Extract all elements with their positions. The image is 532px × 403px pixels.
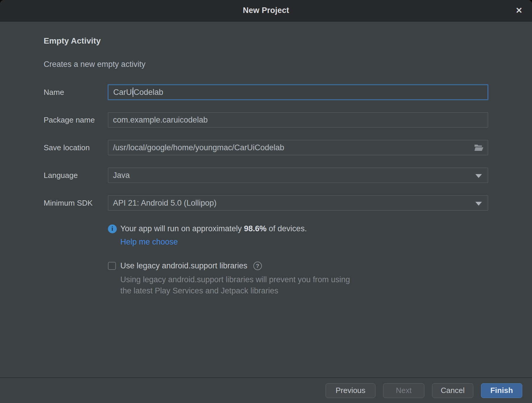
language-label: Language bbox=[44, 171, 108, 180]
minimum-sdk-row: Minimum SDK API 21: Android 5.0 (Lollipo… bbox=[44, 195, 488, 211]
language-selected-value: Java bbox=[113, 171, 130, 180]
help-icon[interactable]: ? bbox=[253, 262, 262, 270]
legacy-support-section: Use legacy android.support libraries ? U… bbox=[108, 261, 488, 296]
package-name-field-wrap bbox=[108, 112, 488, 128]
dialog-title: New Project bbox=[243, 6, 289, 15]
minimum-sdk-label: Minimum SDK bbox=[44, 199, 108, 208]
save-location-label: Save location bbox=[44, 143, 108, 152]
legacy-support-label: Use legacy android.support libraries bbox=[120, 261, 247, 270]
name-row: Name bbox=[44, 85, 488, 100]
finish-button[interactable]: Finish bbox=[481, 383, 522, 398]
sdk-info-text-before: Your app will run on approximately bbox=[120, 224, 244, 233]
name-field-wrap bbox=[108, 85, 488, 100]
dialog-titlebar: New Project ✕ bbox=[0, 0, 532, 22]
folder-browse-icon[interactable] bbox=[474, 143, 484, 152]
next-button[interactable]: Next bbox=[383, 383, 424, 398]
language-select[interactable]: Java bbox=[108, 168, 488, 183]
legacy-support-description-line1: Using legacy android.support libraries w… bbox=[120, 274, 488, 285]
legacy-support-row: Use legacy android.support libraries ? bbox=[108, 261, 488, 270]
package-name-row: Package name bbox=[44, 112, 488, 128]
sdk-info-percent: 98.6% bbox=[244, 224, 267, 233]
name-label: Name bbox=[44, 88, 108, 97]
legacy-support-description: Using legacy android.support libraries w… bbox=[120, 274, 488, 296]
sdk-info-section: i Your app will run on approximately 98.… bbox=[108, 224, 488, 247]
cancel-button[interactable]: Cancel bbox=[432, 383, 473, 398]
minimum-sdk-select[interactable]: API 21: Android 5.0 (Lollipop) bbox=[108, 195, 488, 211]
template-title: Empty Activity bbox=[44, 36, 488, 46]
chevron-down-icon bbox=[475, 202, 482, 206]
legacy-support-checkbox[interactable] bbox=[108, 262, 116, 270]
language-row: Language Java bbox=[44, 168, 488, 183]
save-location-input[interactable] bbox=[108, 140, 488, 155]
template-subtitle: Creates a new empty activity bbox=[44, 59, 488, 69]
legacy-support-description-line2: the latest Play Services and Jetpack lib… bbox=[120, 285, 488, 296]
save-location-field-wrap bbox=[108, 140, 488, 155]
sdk-info-text: Your app will run on approximately 98.6%… bbox=[120, 224, 307, 233]
save-location-row: Save location bbox=[44, 140, 488, 155]
minimum-sdk-selected-value: API 21: Android 5.0 (Lollipop) bbox=[113, 199, 216, 208]
text-cursor bbox=[133, 87, 133, 97]
name-input[interactable] bbox=[108, 85, 488, 100]
chevron-down-icon bbox=[475, 174, 482, 178]
new-project-dialog: New Project ✕ Empty Activity Creates a n… bbox=[0, 0, 532, 403]
previous-button[interactable]: Previous bbox=[326, 383, 375, 398]
close-icon[interactable]: ✕ bbox=[513, 4, 526, 17]
project-form: Name Package name Save location bbox=[44, 85, 488, 211]
help-me-choose-link[interactable]: Help me choose bbox=[120, 237, 178, 247]
dialog-footer: Previous Next Cancel Finish bbox=[0, 377, 532, 403]
sdk-info-line: i Your app will run on approximately 98.… bbox=[108, 224, 488, 233]
package-name-label: Package name bbox=[44, 115, 108, 125]
package-name-input[interactable] bbox=[108, 112, 488, 128]
info-icon: i bbox=[108, 224, 117, 233]
dialog-content: Empty Activity Creates a new empty activ… bbox=[0, 22, 532, 377]
open-folder-icon bbox=[474, 144, 484, 151]
sdk-info-text-after: of devices. bbox=[267, 224, 307, 233]
